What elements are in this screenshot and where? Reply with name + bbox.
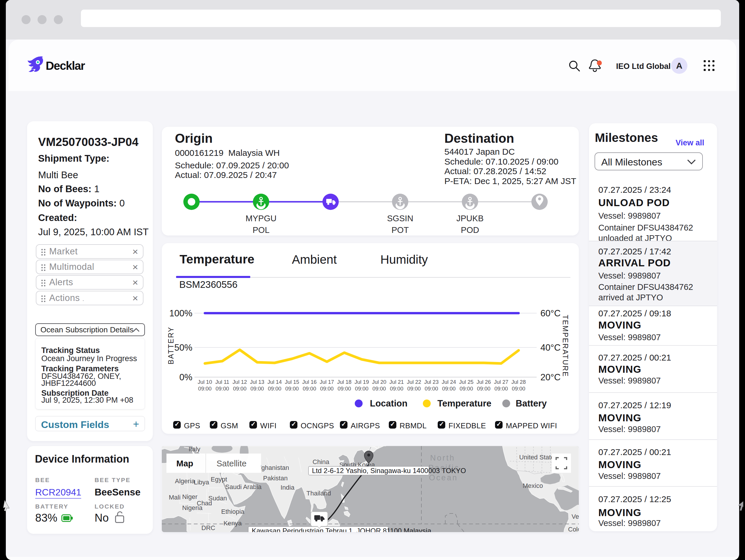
- svg-text:Jul 13: Jul 13: [250, 379, 264, 385]
- svg-text:Jul 24: Jul 24: [442, 379, 456, 385]
- svg-text:09:00: 09:00: [408, 386, 421, 392]
- svg-text:Kenya: Kenya: [224, 520, 242, 527]
- svg-text:Ethiopia: Ethiopia: [221, 508, 245, 515]
- svg-text:Jul 20: Jul 20: [372, 379, 386, 385]
- svg-text:0%: 0%: [179, 372, 192, 382]
- svg-text:Nigeria: Nigeria: [182, 504, 202, 512]
- svg-text:Mexico: Mexico: [523, 482, 543, 489]
- svg-text:Jul 16: Jul 16: [302, 379, 317, 385]
- svg-text:Jul 19: Jul 19: [354, 379, 369, 385]
- svg-text:09:00: 09:00: [425, 386, 438, 392]
- svg-text:09:00: 09:00: [372, 386, 386, 392]
- svg-text:Jul 26: Jul 26: [477, 379, 491, 385]
- svg-text:100%: 100%: [169, 308, 192, 318]
- svg-text:North: North: [430, 454, 455, 462]
- svg-text:20°C: 20°C: [541, 372, 560, 382]
- svg-text:09:00: 09:00: [320, 386, 333, 392]
- svg-text:Jul 22: Jul 22: [407, 379, 421, 385]
- svg-text:Jul 15: Jul 15: [285, 379, 299, 385]
- svg-text:Algeria: Algeria: [175, 478, 195, 485]
- svg-text:09:00: 09:00: [285, 386, 299, 392]
- svg-text:Jul 25: Jul 25: [459, 379, 474, 385]
- svg-text:Jul 14: Jul 14: [267, 379, 282, 385]
- svg-text:09:00: 09:00: [251, 386, 264, 392]
- svg-text:09:00: 09:00: [459, 386, 473, 392]
- svg-text:09:00: 09:00: [198, 386, 212, 392]
- svg-text:Pakistan: Pakistan: [263, 475, 288, 482]
- svg-text:Ltd 2-6-12 Yashio, Sinagawa-ku: Ltd 2-6-12 Yashio, Sinagawa-ku 1400003 T…: [312, 467, 466, 475]
- svg-text:60°C: 60°C: [541, 308, 560, 318]
- svg-text:Ocean: Ocean: [429, 474, 458, 482]
- svg-text:Colombia: Colombia: [568, 526, 579, 532]
- svg-text:Jul 23: Jul 23: [424, 379, 439, 385]
- svg-text:Niger: Niger: [182, 493, 198, 500]
- svg-text:09:00: 09:00: [442, 386, 455, 392]
- svg-text:09:00: 09:00: [233, 386, 247, 392]
- svg-text:Thailand: Thailand: [306, 490, 331, 497]
- svg-text:China: China: [313, 458, 329, 465]
- svg-text:09:00: 09:00: [494, 386, 508, 392]
- svg-text:Jul 27: Jul 27: [494, 379, 508, 385]
- svg-text:Jul 21: Jul 21: [389, 379, 403, 385]
- svg-text:09:00: 09:00: [477, 386, 490, 392]
- svg-text:09:00: 09:00: [390, 386, 403, 392]
- svg-text:fghanistan: fghanistan: [260, 464, 289, 471]
- svg-text:09:00: 09:00: [355, 386, 368, 392]
- svg-text:Jul 17: Jul 17: [320, 379, 334, 385]
- svg-text:India: India: [281, 484, 294, 491]
- svg-text:Ve: Ve: [572, 513, 579, 520]
- svg-text:Kawasan Perindustrian Tebrau 1: Kawasan Perindustrian Tebrau 1, JOHOR 81…: [252, 527, 431, 532]
- svg-text:Jul 10: Jul 10: [198, 379, 212, 385]
- svg-text:09:00: 09:00: [216, 386, 229, 392]
- svg-text:Libya: Libya: [194, 479, 209, 486]
- svg-text:TEMPERATURE: TEMPERATURE: [561, 315, 570, 377]
- svg-text:Jul 12: Jul 12: [232, 379, 247, 385]
- svg-text:Egypt: Egypt: [211, 476, 227, 483]
- svg-text:BATTERY: BATTERY: [167, 326, 175, 364]
- svg-text:09:00: 09:00: [512, 386, 525, 392]
- svg-text:DRC: DRC: [201, 524, 215, 531]
- svg-text:Saudi Arabia: Saudi Arabia: [225, 483, 262, 491]
- svg-text:Jul 28: Jul 28: [511, 379, 525, 385]
- svg-text:Satellite: Satellite: [217, 459, 247, 468]
- svg-text:Jul 11: Jul 11: [215, 379, 229, 385]
- svg-text:Mali: Mali: [169, 494, 181, 501]
- svg-text:Jul 18: Jul 18: [337, 379, 351, 385]
- svg-text:09:00: 09:00: [268, 386, 281, 392]
- svg-text:09:00: 09:00: [337, 386, 351, 392]
- svg-text:Map: Map: [176, 459, 193, 468]
- svg-text:Italy: Italy: [189, 446, 200, 453]
- svg-text:50%: 50%: [174, 343, 192, 353]
- svg-text:09:00: 09:00: [303, 386, 316, 392]
- svg-text:40°C: 40°C: [541, 343, 560, 353]
